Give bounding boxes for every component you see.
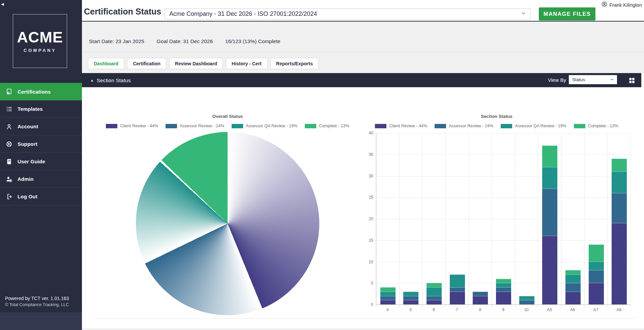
collapse-up-icon: ▲ <box>90 78 94 82</box>
tab-certification[interactable]: Certification <box>127 58 166 69</box>
tab-divider <box>82 52 644 52</box>
sidebar-item-label: Certifications <box>18 89 51 95</box>
bar-segment-a6-client-review <box>565 292 581 304</box>
bar-segment-a5-assessor-review <box>542 189 557 236</box>
sidebar-collapse-icon[interactable]: ◀ <box>1 2 4 6</box>
bar-segment-a8-assessor-qa-review <box>612 171 627 193</box>
bar-segment-9-assessor-qa-review <box>496 283 511 287</box>
book-icon <box>5 158 12 165</box>
legend-label: Assessor Review - 24% <box>449 124 493 128</box>
x-axis-tick: 7 <box>445 307 469 312</box>
sidebar-item-log-out[interactable]: Log Out <box>0 188 82 205</box>
sidebar-item-label: Account <box>18 124 38 129</box>
bar-segment-7-assessor-qa-review <box>450 274 465 287</box>
legend-item-client-review[interactable]: Client Review - 44% <box>375 124 427 128</box>
bar-segment-a6-complete <box>565 270 581 274</box>
section-status-bar-title: Section Status <box>97 77 131 83</box>
x-axis-tick-mark <box>422 305 422 307</box>
x-axis-tick: 10 <box>515 307 538 312</box>
y-axis-tick: 0 <box>360 302 373 307</box>
gridline <box>376 133 631 133</box>
sidebar-item-label: Support <box>18 141 37 147</box>
x-axis-tick-mark <box>469 305 469 307</box>
gridline <box>376 219 631 219</box>
bar-segment-a7-client-review <box>589 283 604 304</box>
bar-segment-a8-assessor-review <box>612 193 627 223</box>
legend-swatch <box>435 124 446 128</box>
bar-chart-title: Section Status <box>429 114 564 119</box>
x-axis-tick: 4 <box>376 307 399 312</box>
completion-text: 16/123 (13%) Complete <box>225 38 281 44</box>
manage-files-button[interactable]: MANAGE FILES <box>539 7 595 21</box>
x-axis-tick-mark <box>631 305 631 307</box>
legend-item-client-review[interactable]: Client Review - 44% <box>106 124 158 128</box>
sidebar: ◀ ACME COMPANY CertificationsTemplatesAc… <box>0 0 82 330</box>
pie-chart-legend: Client Review - 44%Assessor Review - 24%… <box>101 124 354 128</box>
sidebar-item-label: User Guide <box>18 159 45 164</box>
gridline <box>376 240 631 241</box>
bar-segment-a7-assessor-qa-review <box>589 262 604 270</box>
gridline <box>538 133 538 305</box>
legend-item-assessor-qa-review[interactable]: Assessor QA Review - 19% <box>501 124 566 128</box>
x-axis-tick: A6 <box>561 307 584 312</box>
x-axis-tick-mark <box>376 305 376 307</box>
section-status-collapse[interactable]: ▲ Section Status <box>90 77 131 83</box>
certification-select[interactable]: Acme Company - 31 Dec 2026 - ISO 27001:2… <box>164 8 530 20</box>
logo-primary-text: ACME <box>17 30 63 45</box>
x-axis-tick: 5 <box>399 307 422 312</box>
view-by-label: View By <box>548 77 566 83</box>
gridline <box>607 133 608 305</box>
sidebar-item-admin[interactable]: Admin <box>0 170 82 188</box>
powered-by-text: Powered by TCT ver. 1.01.163 <box>5 295 82 302</box>
legend-item-assessor-review[interactable]: Assessor Review - 24% <box>435 124 493 128</box>
bar-segment-5-assessor-review <box>403 296 418 300</box>
gridline <box>469 133 469 305</box>
tab-history-cert[interactable]: History - Cert <box>226 58 267 69</box>
bottom-strip <box>82 328 644 330</box>
y-axis-tick: 40 <box>360 131 373 135</box>
bar-segment-6-complete <box>427 283 442 287</box>
certificate-icon <box>5 88 12 95</box>
tab-review-dashboard[interactable]: Review Dashboard <box>169 58 223 69</box>
bar-segment-a8-complete <box>612 159 627 171</box>
bar-segment-4-assessor-review <box>380 296 396 300</box>
user-name: Frank Kilington <box>609 2 642 8</box>
bar-segment-9-complete <box>496 279 511 283</box>
x-axis-tick-mark <box>561 305 561 307</box>
y-axis-tick: 30 <box>360 174 373 178</box>
legend-item-assessor-review[interactable]: Assessor Review - 24% <box>166 124 224 128</box>
user-menu[interactable]: Frank Kilington <box>602 1 642 8</box>
tab-dashboard[interactable]: Dashboard <box>88 58 124 69</box>
legend-item-complete[interactable]: Complete - 13% <box>574 124 618 128</box>
y-axis-tick: 35 <box>360 152 373 157</box>
bar-segment-7-assessor-review <box>450 287 465 292</box>
sidebar-item-user-guide[interactable]: User Guide <box>0 153 82 170</box>
chevron-down-icon <box>610 77 614 83</box>
sidebar-item-support[interactable]: Support <box>0 135 82 153</box>
section-status-bar-chart <box>376 133 631 305</box>
sidebar-item-templates[interactable]: Templates <box>0 100 82 118</box>
gridline <box>422 133 422 305</box>
lifebuoy-icon <box>5 140 12 147</box>
tab-reports-exports[interactable]: Reports/Exports <box>270 58 319 69</box>
legend-swatch <box>166 124 177 128</box>
legend-item-complete[interactable]: Complete - 13% <box>305 124 349 128</box>
legend-swatch <box>305 124 316 128</box>
bar-segment-9-client-review <box>496 292 511 304</box>
grid-view-icon[interactable] <box>629 77 635 84</box>
sidebar-item-certifications[interactable]: Certifications <box>0 83 82 100</box>
bar-segment-8-client-review <box>473 296 488 305</box>
bar-segment-a5-assessor-qa-review <box>542 167 557 189</box>
legend-label: Complete - 13% <box>588 124 618 128</box>
x-axis-tick: A8 <box>607 307 631 312</box>
x-axis-tick-mark <box>584 305 585 307</box>
bar-segment-a7-assessor-review <box>589 270 604 283</box>
view-by-select[interactable]: Status <box>569 75 617 84</box>
gridline <box>584 133 585 305</box>
y-axis-tick: 10 <box>360 260 373 264</box>
goal-date-text: Goal Date: 31 Dec 2026 <box>157 38 213 44</box>
bar-segment-6-assessor-review <box>427 296 442 300</box>
user-icon <box>602 1 607 8</box>
sidebar-item-account[interactable]: Account <box>0 118 82 135</box>
legend-item-assessor-qa-review[interactable]: Assessor QA Review - 19% <box>232 124 297 128</box>
